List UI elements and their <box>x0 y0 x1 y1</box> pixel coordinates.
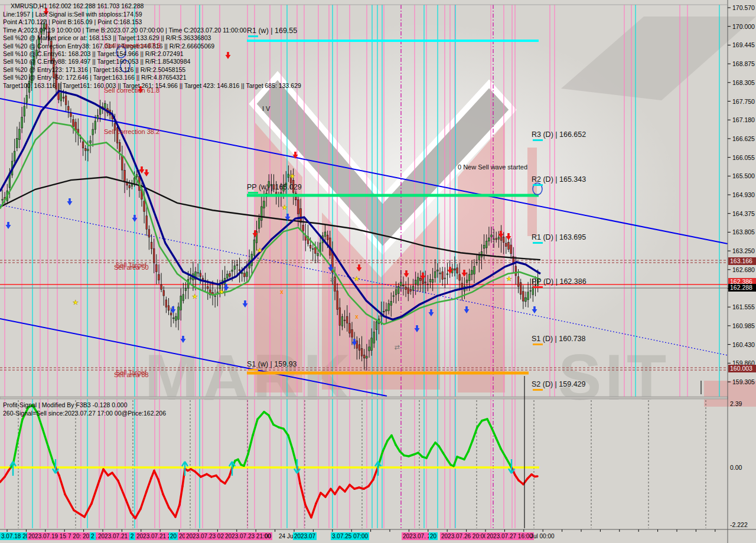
watermark-gray-band <box>561 17 756 100</box>
up-arrow <box>67 198 73 205</box>
up-arrow <box>6 222 11 229</box>
watermark-pink-m <box>255 123 505 392</box>
up-arrow <box>242 300 247 308</box>
mt4-chart-window: MARK SIT ★★★★★★★★xx⇄⇄ XMRUSD,H1 162.002 … <box>0 0 756 543</box>
star-marker: ★ <box>354 275 360 282</box>
swap-marker: ⇄ <box>330 276 335 283</box>
star-marker: ★ <box>289 172 295 179</box>
star-marker: ★ <box>73 299 79 306</box>
down-arrow <box>226 52 231 59</box>
up-arrow <box>132 215 138 222</box>
down-arrow <box>144 169 149 176</box>
up-arrow <box>532 306 537 313</box>
star-marker: ★ <box>282 204 288 211</box>
x-marker: x <box>280 289 284 295</box>
down-arrow <box>139 166 145 174</box>
star-marker: ★ <box>192 293 198 300</box>
star-marker: ★ <box>219 288 224 295</box>
up-arrow <box>180 336 185 343</box>
watermark-pink-patch <box>704 381 756 407</box>
star-marker: ★ <box>506 275 512 282</box>
watermark-pink-sliver <box>527 148 537 236</box>
x-marker: x <box>355 313 359 320</box>
chart-canvas[interactable]: ★★★★★★★★xx⇄⇄ <box>0 0 756 543</box>
swap-marker: ⇄ <box>394 344 399 351</box>
star-marker: ★ <box>257 247 263 254</box>
down-arrow <box>506 233 511 240</box>
down-arrow <box>138 86 144 93</box>
pen-scribble <box>116 46 126 58</box>
